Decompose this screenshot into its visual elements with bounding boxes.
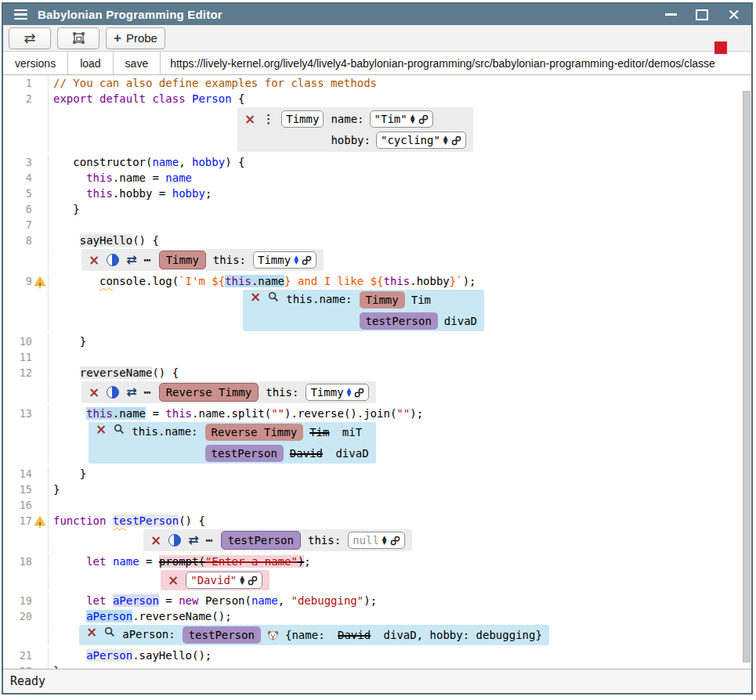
gutter-cell: 16 [3, 497, 49, 513]
value-input[interactable]: Timmy▲▼ [306, 384, 369, 401]
example-widget[interactable]: ×⋮Timmyname:"Tim"▲▼hobby:"cycling"▲▼ [237, 107, 473, 152]
example-badge[interactable]: Timmy [360, 291, 405, 309]
probe-row: Reverse TimmyTim miT [205, 424, 369, 441]
code-line-content[interactable]: aPerson.reverseName(); [49, 608, 232, 624]
this-label: this: [308, 532, 341, 548]
code-line-content[interactable]: sayHello() { [49, 233, 159, 248]
value-input[interactable]: "cycling"▲▼ [376, 132, 466, 149]
close-button[interactable]: × [89, 254, 99, 265]
example-badge[interactable]: testPerson [183, 626, 261, 644]
select-tool-button[interactable] [57, 27, 99, 49]
example-badge[interactable]: Reverse Timmy [205, 424, 304, 441]
value-input[interactable]: null▲▼ [348, 532, 405, 549]
param-label: hobby: [331, 132, 371, 148]
close-window-icon[interactable]: ✕ [727, 9, 740, 21]
code-line-content[interactable]: let name = prompt("Enter a name"); [49, 554, 311, 569]
stepper-arrows[interactable]: ▲▼ [294, 255, 298, 265]
gutter-warning-slot [32, 92, 48, 105]
example-badge[interactable]: testPerson [360, 312, 438, 330]
code-token: name [165, 171, 192, 184]
stepper-arrows[interactable]: ▲▼ [240, 576, 244, 586]
code-editor[interactable]: 1// You can also define examples for cla… [3, 75, 751, 669]
link-icon[interactable] [390, 536, 400, 546]
code-token: ; [304, 555, 310, 568]
activation-widget[interactable]: ×⇄⋯Reverse Timmythis:Timmy▲▼ [81, 381, 376, 403]
code-line-content[interactable]: // You can also define examples for clas… [49, 75, 377, 91]
close-button[interactable]: × [150, 535, 161, 546]
add-probe-button[interactable]: + Probe [106, 27, 165, 49]
swap-arrows-icon[interactable]: ⇄ [188, 535, 198, 546]
value-input[interactable]: Timmy▲▼ [253, 251, 317, 269]
link-icon[interactable] [354, 388, 364, 398]
link-icon[interactable] [418, 114, 429, 124]
stepper-arrows[interactable]: ▲▼ [443, 135, 448, 146]
code-line-content[interactable]: constructor(name, hobby) { [49, 154, 244, 170]
value-input[interactable]: "Tim"▲▼ [370, 110, 433, 128]
swap-tool-button[interactable]: ⇄ [9, 27, 51, 49]
swap-arrows-icon[interactable]: ⇄ [126, 254, 136, 265]
code-line-content[interactable]: } [49, 201, 80, 217]
stepper-arrows[interactable]: ▲▼ [382, 536, 387, 546]
gutter-cell: 11 [3, 349, 49, 365]
link-icon[interactable] [451, 135, 461, 146]
more-options-icon[interactable]: ⋯ [144, 388, 152, 396]
probe-widget[interactable]: ×aPerson:testPerson{name: David divaD, h… [79, 625, 549, 645]
code-token: .hobby [410, 275, 450, 287]
code-line: 4this.name = name [3, 170, 751, 186]
code-line-content[interactable]: function testPerson() { [49, 513, 205, 529]
magnifier-icon[interactable] [114, 424, 125, 435]
magnifier-icon[interactable] [268, 291, 279, 302]
toggle-icon[interactable] [107, 386, 119, 399]
code-line-content[interactable]: } [49, 466, 86, 482]
code-line-content[interactable]: console.log(`I'm ${this.name} and I like… [49, 273, 476, 289]
code-line-content[interactable]: this.name = name [49, 170, 192, 186]
activation-widget[interactable]: ×⇄⋯testPersonthis:null▲▼ [143, 529, 412, 551]
load-button[interactable]: load [68, 52, 113, 74]
swap-arrows-icon[interactable]: ⇄ [126, 387, 136, 398]
stepper-arrows[interactable]: ▲▼ [347, 388, 352, 398]
example-badge[interactable]: Timmy [159, 251, 206, 269]
toggle-icon[interactable] [168, 534, 181, 547]
probe-widget[interactable]: ×this.name:Reverse TimmyTim miTtestPerso… [89, 422, 376, 464]
example-badge[interactable]: Reverse Timmy [159, 383, 259, 402]
close-button[interactable]: × [168, 575, 179, 586]
scrollbar-thumb[interactable] [743, 91, 751, 662]
code-line-content[interactable]: let aPerson = new Person(name, "debuggin… [49, 593, 377, 608]
close-button[interactable]: × [250, 291, 261, 302]
link-icon[interactable] [302, 255, 312, 265]
code-line-content[interactable]: export default class Person { [49, 91, 244, 106]
example-badge[interactable]: testPerson [221, 531, 301, 550]
activation-widget[interactable]: ×⇄⋯Timmythis:Timmy▲▼ [81, 249, 324, 271]
replacement-widget[interactable]: ×"David"▲▼ [161, 570, 269, 590]
maximize-button[interactable] [696, 9, 708, 20]
code-line-content[interactable]: this.hobby = hobby; [49, 186, 212, 201]
more-options-icon[interactable]: ⋯ [206, 536, 214, 544]
close-button[interactable]: × [86, 626, 97, 637]
url-field[interactable]: https://lively-kernel.org/lively4/lively… [161, 52, 751, 74]
save-button[interactable]: save [114, 52, 161, 74]
toggle-icon[interactable] [107, 254, 119, 266]
code-token: () { [179, 514, 205, 527]
probe-label: this.name: [132, 424, 197, 439]
code-line-content[interactable]: } [49, 334, 86, 349]
code-line-content[interactable]: this.name = this.name.split("").reverse(… [49, 406, 423, 421]
stepper-arrows[interactable]: ▲▼ [411, 114, 415, 124]
close-button[interactable]: × [89, 387, 99, 398]
minimize-button[interactable] [665, 13, 677, 16]
versions-button[interactable]: versions [3, 52, 68, 74]
menu-icon[interactable] [14, 9, 27, 20]
code-line-content[interactable]: reverseName() { [49, 365, 179, 381]
example-name-input[interactable]: Timmy [281, 110, 324, 128]
probe-widget[interactable]: ×this.name:TimmyTimtestPersondivaD [243, 290, 484, 331]
code-line-content[interactable]: } [49, 663, 60, 669]
more-options-icon[interactable]: ⋯ [144, 256, 152, 264]
code-line-content[interactable]: } [49, 482, 60, 497]
magnifier-icon[interactable] [104, 626, 115, 637]
value-input[interactable]: "David"▲▼ [186, 572, 262, 589]
example-badge[interactable]: testPerson [205, 445, 284, 462]
link-icon[interactable] [248, 576, 258, 586]
drag-handle-icon[interactable]: ⋮ [262, 114, 274, 124]
close-button[interactable]: × [244, 114, 255, 124]
close-button[interactable]: × [96, 424, 107, 435]
code-line-content[interactable]: aPerson.sayHello(); [49, 648, 212, 663]
